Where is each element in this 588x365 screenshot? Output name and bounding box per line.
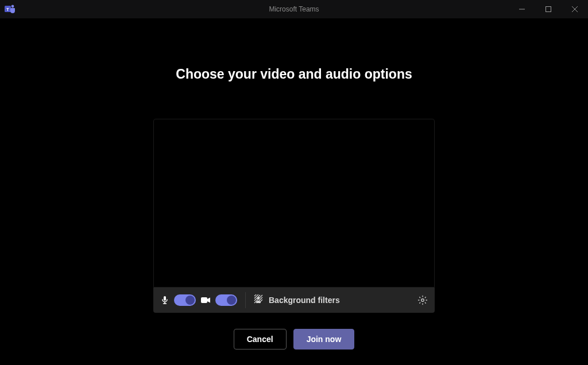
divider <box>245 292 246 308</box>
toggle-knob <box>185 296 195 305</box>
join-now-button-label: Join now <box>307 335 342 344</box>
cancel-button[interactable]: Cancel <box>234 329 287 350</box>
microphone-icon <box>160 296 169 305</box>
background-filters-label: Background filters <box>269 296 340 305</box>
join-now-button[interactable]: Join now <box>293 329 355 350</box>
background-filters-icon <box>254 294 263 306</box>
close-button[interactable] <box>562 0 588 18</box>
svg-point-18 <box>421 299 424 302</box>
minimize-button[interactable] <box>509 0 535 18</box>
background-filters-button[interactable]: Background filters <box>254 294 340 306</box>
main-content: Choose your video and audio options <box>0 18 588 350</box>
cancel-button-label: Cancel <box>247 335 273 344</box>
svg-point-2 <box>11 5 14 8</box>
toggle-knob <box>227 296 236 305</box>
video-preview <box>153 119 435 288</box>
device-settings-button[interactable] <box>417 295 428 305</box>
svg-rect-4 <box>546 7 551 12</box>
window-controls <box>509 0 588 18</box>
svg-rect-7 <box>164 296 166 301</box>
camera-icon <box>200 296 211 305</box>
page-title: Choose your video and audio options <box>176 67 412 82</box>
maximize-button[interactable] <box>535 0 562 18</box>
window-title: Microsoft Teams <box>269 5 319 13</box>
teams-logo-icon: T <box>5 3 16 15</box>
svg-line-11 <box>254 294 257 296</box>
svg-text:T: T <box>6 7 9 12</box>
camera-toggle[interactable] <box>215 294 237 306</box>
svg-point-17 <box>257 297 260 299</box>
svg-rect-10 <box>201 297 207 303</box>
av-control-bar: Background filters <box>153 288 435 313</box>
titlebar: T Microsoft Teams <box>0 0 588 18</box>
action-buttons: Cancel Join now <box>234 329 355 350</box>
microphone-toggle[interactable] <box>174 294 196 306</box>
